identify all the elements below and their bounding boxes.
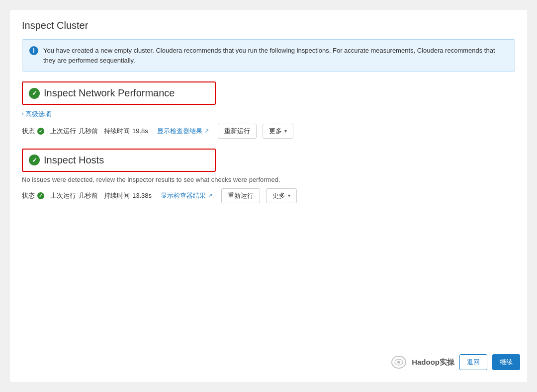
continue-button[interactable]: 继续 (492, 354, 520, 370)
network-header: ✓ Inspect Network Performance (22, 81, 216, 105)
network-show-results-btn[interactable]: 显示检查器结果 ↗ (154, 124, 212, 138)
dropdown-arrow-icon: ▾ (284, 128, 287, 134)
hosts-dropdown-arrow-icon: ▾ (288, 193, 290, 198)
network-status-row: 状态 上次运行 几秒前 持续时间 19.8s 显示检查器结果 ↗ 重新运行 更多… (22, 124, 515, 139)
chevron-right-icon: › (22, 111, 23, 117)
page-title: Inspect Cluster (22, 20, 515, 31)
return-button[interactable]: 返回 (459, 354, 487, 370)
network-check-icon: ✓ (29, 88, 40, 99)
hosts-lastrun-value: 几秒前 (79, 191, 98, 200)
network-lastrun-group: 上次运行 几秒前 (50, 127, 98, 136)
hosts-title: Inspect Hosts (44, 155, 104, 166)
hosts-status-row: 状态 上次运行 几秒前 持续时间 13.38s 显示检查器结果 ↗ 重新运行 更… (22, 188, 515, 203)
hadoop-logo-icon (391, 355, 407, 369)
network-more-btn[interactable]: 更多 ▾ (263, 124, 293, 139)
watermark-text: Hadoop实操 (412, 358, 454, 367)
network-title: Inspect Network Performance (44, 87, 175, 99)
hosts-show-results-btn[interactable]: 显示检查器结果 ↗ (158, 189, 215, 203)
network-lastrun-label: 上次运行 (50, 127, 76, 136)
network-rerun-btn[interactable]: 重新运行 (218, 124, 257, 139)
info-text: You have created a new empty cluster. Cl… (43, 46, 508, 65)
svg-point-2 (397, 361, 400, 364)
info-banner: i You have created a new empty cluster. … (22, 39, 515, 72)
hosts-check-icon: ✓ (29, 155, 40, 165)
hosts-status-dot (37, 192, 44, 199)
network-status-dot (37, 128, 44, 135)
network-status-group: 状态 (22, 127, 44, 136)
hosts-duration-group: 持续时间 13.38s (104, 191, 152, 200)
info-icon: i (29, 46, 38, 55)
hosts-lastrun-label: 上次运行 (50, 191, 76, 200)
network-lastrun-value: 几秒前 (79, 127, 98, 136)
page-container: Inspect Cluster i You have created a new… (10, 10, 527, 382)
hosts-header: ✓ Inspect Hosts (22, 149, 216, 172)
network-duration-group: 持续时间 19.8s (104, 127, 148, 136)
hosts-duration-value: 13.38s (132, 192, 152, 199)
inspect-hosts-section: ✓ Inspect Hosts No issues were detected,… (22, 149, 515, 203)
hosts-status-group: 状态 (22, 191, 44, 200)
hosts-external-link-icon: ↗ (208, 192, 212, 199)
hosts-lastrun-group: 上次运行 几秒前 (50, 191, 98, 200)
network-advanced-link[interactable]: › 高级选项 (22, 110, 51, 119)
hosts-more-btn[interactable]: 更多 ▾ (266, 188, 297, 203)
hosts-status-label: 状态 (22, 191, 35, 200)
inspect-network-section: ✓ Inspect Network Performance › 高级选项 状态 … (22, 81, 515, 139)
network-status-label: 状态 (22, 127, 35, 136)
external-link-icon: ↗ (204, 128, 209, 134)
hosts-rerun-btn[interactable]: 重新运行 (221, 188, 260, 203)
network-duration-label: 持续时间 (104, 127, 130, 136)
hosts-no-issues-text: No issues were detected, review the insp… (22, 176, 515, 183)
network-duration-value: 19.8s (132, 127, 148, 135)
footer-area: Hadoop实操 返回 继续 (391, 354, 520, 370)
hosts-duration-label: 持续时间 (104, 191, 130, 200)
